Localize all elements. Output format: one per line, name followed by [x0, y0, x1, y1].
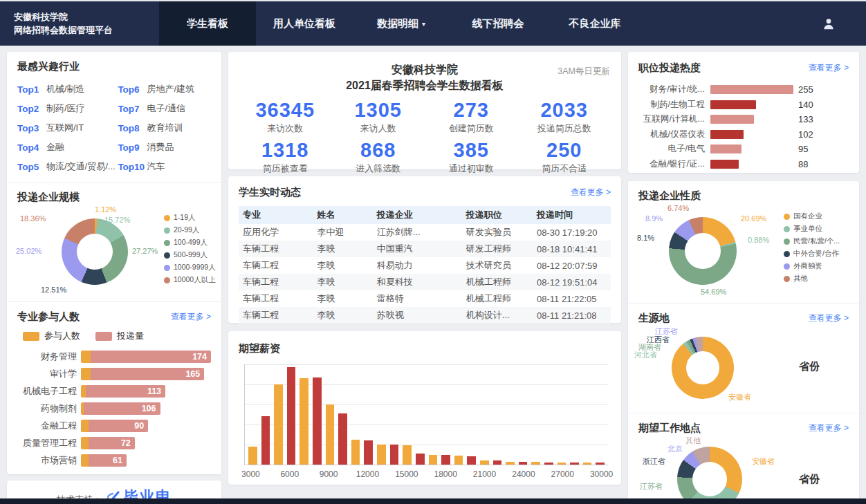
more-link-realtime[interactable]: 查看更多 >: [571, 187, 611, 198]
column-header: 投递职位: [462, 206, 533, 224]
section-work-location: 期望工作地点 查看更多 > 省份 安徽省上海江苏省浙江省北京其他: [628, 413, 859, 504]
legend-label: 国有企业: [793, 212, 822, 221]
donut-label: 15.72%: [104, 216, 130, 224]
stacked-bar: 113: [81, 385, 165, 398]
dashboard-page: 安徽科技学院 网络招聘会数据管理平台 学生看板用人单位看板数据明细▾线下招聘会不…: [0, 0, 866, 504]
legend-swatch: [95, 332, 112, 341]
heat-bar-row: 机械/仪器仪表102: [638, 127, 849, 142]
card-realtime: 学生实时动态 查看更多 > 专业姓名投递企业投递职位投递时间 应用化学李中迎江苏…: [228, 176, 621, 323]
nav-item-data-detail[interactable]: 数据明细▾: [353, 1, 450, 46]
stacked-bar: 106: [81, 402, 160, 415]
stat-item: 2033投递简历总数: [518, 99, 611, 135]
nav-item-label: 数据明细: [377, 17, 418, 30]
axis-tick: 15000: [395, 469, 418, 479]
table-row: 车辆工程李映和夏科技机械工程师08-12 19:51:04: [239, 274, 611, 290]
hist-bar: [531, 462, 540, 465]
legend-dot: [164, 277, 170, 283]
nav-item-blacklist[interactable]: 不良企业库: [546, 1, 643, 46]
heat-bar: [710, 160, 739, 169]
donut-label: 8.9%: [645, 214, 663, 223]
table-cell: 机械工程师: [462, 274, 533, 290]
stat-label: 创建简历数: [425, 122, 518, 135]
more-link-job-heat[interactable]: 查看更多 >: [809, 62, 849, 74]
stat-label: 简历不合适: [518, 162, 611, 175]
axis-note: 省份: [799, 473, 820, 486]
industry-label: 制药/医疗: [46, 102, 85, 115]
bar-value-label: 133: [798, 114, 813, 124]
participants-segment: [81, 385, 86, 398]
more-link-work-location[interactable]: 查看更多 >: [809, 422, 849, 434]
axis-tick: 3000: [241, 469, 260, 479]
industry-rank: Top6: [118, 84, 147, 95]
stat-value: 1305: [332, 99, 425, 122]
donut-label: 12.51%: [41, 286, 66, 294]
industry-label: 电子/通信: [147, 102, 185, 115]
realtime-table: 专业姓名投递企业投递职位投递时间 应用化学李中迎江苏剑牌...研发实验员08-3…: [239, 206, 611, 324]
donut-label: 6.74%: [667, 204, 689, 212]
axis-note: 省份: [799, 360, 820, 373]
table-cell: 江苏剑牌...: [373, 224, 462, 241]
industry-label: 汽车: [147, 160, 165, 173]
nav-item-label: 不良企业库: [569, 17, 621, 30]
bar-category-label: 财务/审计/统...: [638, 84, 710, 95]
table-cell: 车辆工程: [239, 257, 313, 274]
major-bar-row: 财务管理174: [17, 348, 211, 365]
heat-bar: [710, 144, 741, 153]
legend-label: 事业单位: [793, 224, 822, 234]
hist-bar: [390, 445, 399, 465]
user-menu-button[interactable]: [822, 17, 836, 30]
heat-bar-row: 金融/银行/证...88: [638, 157, 849, 172]
company-nature-chart: 国有企业事业单位民营/私营/个...中外合资/合作外商独资其他 20.69%0.…: [638, 206, 849, 297]
brand-line1: 安徽科技学院: [14, 10, 145, 24]
table-cell: 研发工程师: [462, 241, 533, 257]
table-cell: 08-11 21:22:05: [533, 290, 611, 307]
axis-tick: 9000: [320, 469, 338, 479]
stat-label: 来访次数: [239, 122, 332, 135]
industry-item: Top1机械/制造: [17, 80, 118, 99]
column-header: 专业: [239, 206, 313, 224]
center-column: 安徽科技学院 2021届春季招聘会学生数据看板 3AM每日更新 36345来访次…: [228, 52, 621, 485]
bar-category-label: 金融/银行/证...: [638, 158, 710, 170]
industry-rank: Top3: [17, 123, 46, 133]
hist-bar: [480, 460, 489, 465]
hist-bar: [403, 445, 412, 465]
card-left-stack: 最感兴趣行业 Top1机械/制造Top6房地产/建筑Top2制药/医疗Top7电…: [7, 52, 221, 474]
donut-chart: [62, 218, 128, 285]
donut-label: 8.1%: [637, 234, 654, 242]
more-link-origin[interactable]: 查看更多 >: [809, 312, 849, 324]
industry-label: 金融: [46, 141, 64, 153]
section-origin: 生源地 查看更多 > 省份 安徽省河北省湖南省江西省江苏省: [628, 303, 859, 413]
column-header: 投递企业: [373, 206, 462, 224]
top-industries-list: Top1机械/制造Top6房地产/建筑Top2制药/医疗Top7电子/通信Top…: [17, 80, 211, 176]
nav-item-students[interactable]: 学生看板: [159, 1, 256, 46]
axis-tick: 18000: [434, 469, 457, 479]
company-scale-chart: 1-19人20-99人100-499人500-999人1000-9999人100…: [17, 207, 211, 296]
bottom-bar: [0, 498, 866, 504]
heat-bar-row: 电子/电气95: [638, 142, 849, 157]
bar-value-label: 102: [798, 129, 813, 140]
industry-item: Top7电子/通信: [118, 99, 211, 118]
donut-label: 安徽省: [728, 392, 751, 402]
bar-track: 61: [81, 454, 211, 467]
nav-item-employers[interactable]: 用人单位看板: [256, 1, 353, 46]
donut-label: 浙江省: [643, 456, 665, 467]
industry-label: 机械/制造: [46, 83, 85, 95]
chart-legend: 国有企业事业单位民营/私营/个...中外合资/合作外商独资其他: [784, 210, 840, 285]
legend-label: 中外合资/合作: [793, 249, 839, 259]
bar-category-label: 财务管理: [17, 351, 81, 363]
industry-label: 房地产/建筑: [147, 83, 194, 95]
table-cell: 08-11 21:21:08: [533, 307, 611, 324]
table-cell: 车辆工程: [239, 241, 313, 257]
stat-label: 进入筛选数: [332, 162, 425, 175]
table-cell: 应用化学: [239, 224, 313, 241]
industry-rank: Top8: [118, 123, 147, 133]
bar-track: [710, 100, 793, 109]
card-overview: 安徽科技学院 2021届春季招聘会学生数据看板 3AM每日更新 36345来访次…: [228, 52, 621, 169]
donut-label: 安徽省: [752, 456, 775, 467]
table-cell: 李映: [313, 290, 373, 307]
nav-item-label: 线下招聘会: [472, 17, 524, 30]
bar-category-label: 市场营销: [17, 454, 81, 467]
bar-track: [710, 160, 793, 169]
more-link-major[interactable]: 查看更多 >: [171, 311, 211, 323]
nav-item-offline-fair[interactable]: 线下招聘会: [450, 1, 546, 46]
